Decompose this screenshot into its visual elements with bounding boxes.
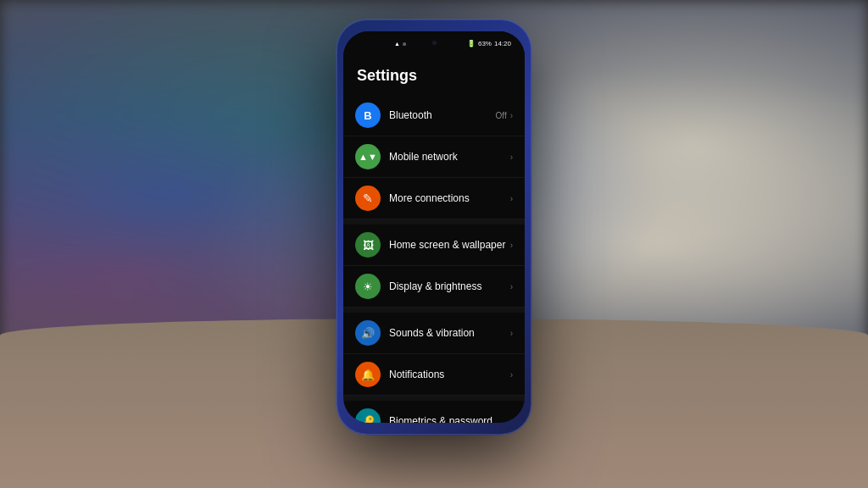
camera-dot — [432, 41, 437, 45]
more-connections-chevron: › — [510, 194, 513, 203]
settings-item-mobile-network[interactable]: ▲▼ Mobile network › — [343, 136, 525, 178]
settings-item-bluetooth[interactable]: B Bluetooth Off › — [343, 95, 525, 136]
mobile-network-label: Mobile network — [389, 151, 510, 163]
time: 14:20 — [494, 40, 511, 47]
phone-screen: ▲ ⌾ 🔋 63% 14:20 Settings B Bluetooth — [343, 31, 525, 423]
camera-notch — [425, 36, 443, 48]
biometrics-chevron: › — [510, 417, 513, 424]
settings-item-home-screen[interactable]: 🖼 Home screen & wallpaper › — [343, 225, 525, 266]
status-right: 🔋 63% 14:20 — [467, 40, 511, 47]
battery-icon: 🔋 — [467, 40, 476, 47]
settings-item-display-brightness[interactable]: ☀ Display & brightness › — [343, 266, 525, 308]
status-bar: ▲ ⌾ 🔋 63% 14:20 — [343, 31, 525, 55]
mobile-network-icon: ▲▼ — [355, 144, 381, 169]
home-screen-chevron: › — [510, 241, 513, 250]
settings-list: B Bluetooth Off › ▲▼ Mobile network › ✎ — [343, 95, 525, 423]
sounds-vibration-chevron: › — [510, 329, 513, 338]
bluetooth-chevron: › — [510, 111, 513, 120]
notifications-chevron: › — [510, 370, 513, 380]
biometrics-label: Biometrics & password — [389, 415, 510, 423]
battery-percent: 63% — [478, 40, 492, 47]
home-screen-icon: 🖼 — [355, 232, 381, 258]
settings-item-more-connections[interactable]: ✎ More connections › — [343, 178, 525, 219]
home-screen-label: Home screen & wallpaper — [389, 239, 510, 251]
display-brightness-icon: ☀ — [355, 274, 381, 299]
scene: ▲ ⌾ 🔋 63% 14:20 Settings B Bluetooth — [0, 0, 868, 488]
signal-icon: ▲ — [394, 41, 400, 47]
notifications-icon: 🔔 — [355, 362, 381, 387]
bluetooth-label: Bluetooth — [389, 109, 496, 121]
more-connections-icon: ✎ — [355, 186, 381, 211]
settings-item-biometrics[interactable]: 🔑 Biometrics & password › — [343, 401, 525, 423]
mobile-network-chevron: › — [510, 152, 513, 162]
notifications-label: Notifications — [389, 369, 510, 380]
more-connections-label: More connections — [389, 192, 510, 204]
screen-content[interactable]: Settings B Bluetooth Off › ▲▼ Mobile net… — [343, 55, 525, 423]
bluetooth-value: Off — [496, 111, 507, 120]
status-left: ▲ ⌾ — [394, 41, 406, 47]
biometrics-icon: 🔑 — [355, 408, 381, 423]
bluetooth-icon: B — [355, 103, 381, 128]
wifi-icon: ⌾ — [403, 41, 406, 47]
sounds-vibration-icon: 🔊 — [355, 320, 381, 346]
page-title: Settings — [343, 58, 525, 95]
display-brightness-chevron: › — [510, 282, 513, 291]
settings-item-notifications[interactable]: 🔔 Notifications › — [343, 354, 525, 396]
display-brightness-label: Display & brightness — [389, 280, 510, 292]
phone: ▲ ⌾ 🔋 63% 14:20 Settings B Bluetooth — [337, 19, 531, 435]
settings-item-sounds-vibration[interactable]: 🔊 Sounds & vibration › — [343, 313, 525, 354]
sounds-vibration-label: Sounds & vibration — [389, 327, 510, 339]
